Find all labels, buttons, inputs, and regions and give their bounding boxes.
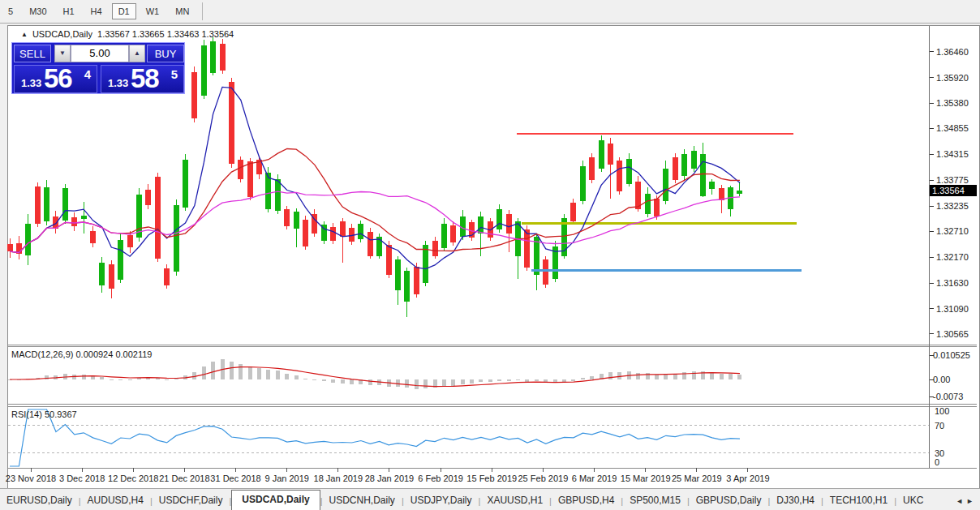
tab-usdjpy-daily[interactable]: USDJPY,Daily: [404, 491, 479, 510]
tab-usdchf-daily[interactable]: USDCHF,Daily: [153, 491, 230, 510]
terminal-window: 5M30H1H4D1W1MN ▲USDCAD,Daily 1.33567 1.3…: [0, 0, 980, 510]
buy-price-prefix: 1.33: [108, 77, 128, 89]
price-axis-label: 1.32170: [936, 252, 969, 262]
date-label: 6 Feb 2019: [413, 474, 468, 483]
price-axis-label: 1.34855: [936, 123, 969, 133]
volume-decrease-button[interactable]: ▼: [54, 45, 71, 62]
price-axis-label: 1.35920: [936, 73, 969, 83]
price-axis-label: 1.30565: [936, 329, 969, 339]
price-axis-label: 1.32710: [936, 226, 969, 236]
buy-price-display[interactable]: 1.33 58 5: [101, 65, 184, 93]
tab-scroll-left-icon[interactable]: ◄: [956, 497, 966, 505]
date-label: 25 Feb 2019: [515, 474, 570, 483]
rsi-axis-label: 70: [935, 421, 944, 431]
one-click-trading-panel: SELL ▼ 5.00 ▲ BUY 1.33 56 4 1.33 58 5: [11, 42, 185, 94]
sell-button[interactable]: SELL: [14, 45, 51, 62]
price-axis-label: 1.36460: [936, 47, 969, 57]
sell-price-prefix: 1.33: [21, 77, 41, 89]
tab-usdcnh-daily[interactable]: USDCNH,Daily: [323, 491, 402, 510]
date-label: 25 Mar 2019: [669, 474, 724, 483]
chart-ohlc-readout: 1.33567 1.33665 1.33463 1.33564: [97, 29, 234, 39]
rsi-axis-label: 0: [935, 457, 939, 467]
price-axis-label: 1.31090: [936, 304, 969, 314]
date-label: 15 Mar 2019: [618, 474, 673, 483]
tab-eurusd-daily[interactable]: EURUSD,Daily: [0, 491, 79, 510]
price-axis-label: 1.31630: [936, 278, 969, 288]
rsi-axis-label: 100: [935, 406, 949, 416]
tab-gbpusd-h4[interactable]: GBPUSD,H4: [552, 491, 621, 510]
date-label: 21 Dec 2018: [157, 474, 212, 483]
tab-ukc[interactable]: UKC: [896, 491, 930, 510]
current-price-tag: 1.33564: [930, 185, 977, 196]
date-label: 15 Feb 2019: [464, 474, 519, 483]
date-label: 3 Apr 2019: [720, 474, 776, 483]
price-axis-label: 1.33775: [936, 175, 969, 185]
price-axis-label: 1.35380: [936, 98, 969, 108]
chart-title: ▲USDCAD,Daily 1.33567 1.33665 1.33463 1.…: [21, 29, 234, 39]
date-label: 12 Dec 2018: [105, 474, 161, 483]
chart-symbol-period: USDCAD,Daily: [32, 29, 92, 39]
date-label: 23 Nov 2018: [3, 474, 58, 483]
macd-axis-label: 0.00: [933, 375, 950, 384]
tab-gbpusd-daily[interactable]: GBPUSD,Daily: [690, 491, 768, 510]
tab-dj30-h4[interactable]: DJ30,H4: [770, 491, 821, 510]
date-label: 31 Dec 2018: [208, 474, 264, 483]
date-label: 9 Jan 2019: [260, 474, 315, 483]
macd-axis-label: -0.0073: [933, 392, 963, 401]
price-axis-label: 1.34315: [936, 149, 969, 159]
tab-sp500-m15[interactable]: SP500,M15: [623, 491, 687, 510]
date-label: 28 Jan 2019: [362, 474, 417, 483]
macd-indicator-label: MACD(12,26,9) 0.000924 0.002119: [11, 349, 152, 359]
collapse-triangle-icon[interactable]: ▲: [21, 31, 28, 38]
tab-scroll-arrows: ◄►: [956, 497, 977, 505]
tab-usdcad-daily[interactable]: USDCAD,Daily: [231, 490, 320, 510]
buy-price-pip-sup: 5: [171, 67, 178, 81]
volume-increase-button[interactable]: ▲: [129, 45, 145, 62]
buy-price-big-digits: 58: [131, 63, 159, 94]
date-label: 3 Dec 2018: [54, 474, 110, 483]
date-label: 18 Jan 2019: [311, 474, 366, 483]
tab-tech100-h1[interactable]: TECH100,H1: [823, 491, 894, 510]
sell-price-pip-sup: 4: [84, 67, 91, 81]
tab-xauusd-h1[interactable]: XAUUSD,H1: [480, 491, 549, 510]
date-label: 6 Mar 2019: [567, 474, 622, 483]
rsi-indicator-label: RSI(14) 50.9367: [11, 409, 77, 419]
tab-scroll-right-icon[interactable]: ►: [966, 497, 977, 505]
buy-button[interactable]: BUY: [147, 45, 184, 62]
volume-input[interactable]: 5.00: [71, 45, 129, 62]
sell-price-display[interactable]: 1.33 56 4: [14, 65, 97, 93]
sell-price-big-digits: 56: [44, 63, 72, 94]
price-axis-label: 1.33235: [936, 201, 969, 211]
tab-audusd-h4[interactable]: AUDUSD,H4: [81, 491, 150, 510]
rsi-axis-label: 30: [935, 448, 944, 458]
chart-tab-bar: EURUSD,Daily|AUDUSD,H4|USDCHF,Daily|USDC…: [0, 488, 980, 510]
macd-axis-label: 0.010525: [933, 350, 970, 360]
